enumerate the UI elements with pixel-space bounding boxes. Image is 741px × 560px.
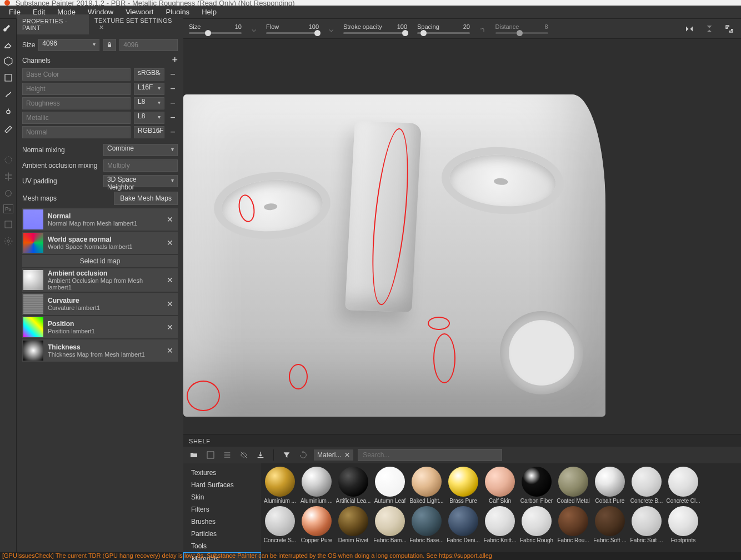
lazy-mouse-icon[interactable]: ◦╮: [480, 26, 485, 32]
stroke-opacity-slider[interactable]: Stroke opacity100: [343, 23, 407, 34]
eraser-tool-icon[interactable]: [2, 39, 14, 50]
import-icon[interactable]: [254, 449, 267, 461]
material-thumb[interactable]: Artificial Lea...: [337, 467, 370, 504]
size-lock-button[interactable]: [103, 39, 116, 51]
material-thumb[interactable]: Fabric Knitt...: [483, 506, 517, 543]
clone-tool-icon[interactable]: [2, 106, 14, 117]
material-thumb[interactable]: Copper Pure: [300, 506, 333, 543]
channel-format-select[interactable]: L16F: [134, 83, 164, 95]
shelf-category[interactable]: Particles: [183, 528, 261, 540]
remove-mesh-map-button[interactable]: ✕: [164, 238, 176, 247]
spacing-slider[interactable]: Spacing20: [417, 23, 470, 34]
channel-name[interactable]: Normal: [22, 126, 131, 138]
size-select[interactable]: 4096: [38, 39, 99, 51]
material-thumb[interactable]: Baked Light...: [410, 467, 443, 504]
material-thumb[interactable]: Brass Pure: [447, 467, 480, 504]
scan-icon[interactable]: [204, 449, 217, 461]
material-thumb[interactable]: Concrete Cl...: [667, 467, 700, 504]
add-channel-button[interactable]: +: [172, 54, 178, 66]
mirror-y-icon[interactable]: [703, 23, 715, 35]
mesh-map-row[interactable]: Ambient occlusion Ambient Occlusion Map …: [22, 268, 178, 292]
remove-channel-button[interactable]: −: [168, 127, 178, 137]
remove-mesh-map-button[interactable]: ✕: [164, 215, 176, 224]
shelf-search-input[interactable]: [358, 449, 502, 461]
tab-properties[interactable]: PROPERTIES - PAINT: [17, 14, 89, 34]
shelf-category[interactable]: Filters: [183, 503, 261, 516]
channel-name[interactable]: Metallic: [22, 112, 131, 124]
size-slider[interactable]: Size10: [189, 23, 242, 34]
quick-mask-icon[interactable]: [2, 154, 14, 166]
remove-channel-button[interactable]: −: [168, 84, 178, 94]
shelf-category[interactable]: Hard Surfaces: [183, 479, 261, 491]
polyfill-tool-icon[interactable]: [2, 72, 14, 83]
list-view-icon[interactable]: [221, 449, 233, 461]
distance-slider[interactable]: Distance8: [495, 23, 548, 34]
material-picker-icon[interactable]: [2, 122, 14, 133]
filter-icon[interactable]: [281, 449, 293, 461]
mesh-map-row[interactable]: Thickness Thickness Map from Mesh lamber…: [22, 339, 178, 362]
material-thumb[interactable]: Fabric Rough: [520, 506, 553, 543]
hide-icon[interactable]: [238, 449, 250, 461]
material-thumb[interactable]: Fabric Base...: [410, 506, 443, 543]
mesh-map-row[interactable]: Position Position lambert1 ✕: [22, 316, 178, 338]
bake-mesh-maps-button[interactable]: Bake Mesh Maps: [114, 192, 178, 205]
projection-tool-icon[interactable]: [2, 56, 14, 67]
channel-format-select[interactable]: L8: [134, 112, 164, 124]
material-thumb[interactable]: Carbon Fiber: [520, 467, 553, 504]
material-thumb[interactable]: Concrete S...: [263, 506, 297, 543]
channel-name[interactable]: Base Color: [22, 68, 131, 81]
material-thumb[interactable]: Fabric Soft ...: [593, 506, 627, 543]
material-thumb[interactable]: Aluminium ...: [300, 467, 333, 504]
3d-viewport[interactable]: [183, 39, 741, 434]
remove-channel-button[interactable]: −: [168, 69, 178, 79]
material-thumb[interactable]: Fabric Bam...: [373, 506, 407, 543]
shelf-category[interactable]: Skin: [183, 491, 261, 503]
material-thumb[interactable]: Calf Skin: [483, 467, 517, 504]
flow-curve-icon[interactable]: ⌵: [329, 24, 333, 33]
size-curve-icon[interactable]: ⌵: [252, 24, 256, 33]
mirror-x-icon[interactable]: [683, 23, 695, 35]
material-thumb[interactable]: Fabric Rou...: [557, 506, 590, 543]
refresh-icon[interactable]: [297, 449, 309, 461]
camera-reset-icon[interactable]: [723, 23, 735, 35]
resource-updater-icon[interactable]: [2, 219, 14, 230]
normal-mixing-select[interactable]: Combine: [103, 144, 178, 156]
remove-mesh-map-button[interactable]: ✕: [164, 346, 176, 355]
shelf-category[interactable]: Brushes: [183, 516, 261, 528]
material-thumb[interactable]: Aluminium ...: [263, 467, 297, 504]
symmetry-icon[interactable]: [2, 171, 14, 182]
uv-padding-select[interactable]: 3D Space Neighbor: [103, 175, 178, 187]
iray-icon[interactable]: Ps: [3, 204, 13, 213]
folder-icon[interactable]: [188, 449, 200, 461]
remove-mesh-map-button[interactable]: ✕: [164, 276, 176, 284]
brush-tool-icon[interactable]: [2, 22, 14, 33]
remove-channel-button[interactable]: −: [168, 113, 178, 123]
material-thumb[interactable]: Footprints: [667, 506, 700, 543]
material-thumb[interactable]: Fabric Suit ...: [630, 506, 663, 543]
smudge-tool-icon[interactable]: [2, 89, 14, 100]
filter-chip[interactable]: Materi... ✕: [314, 449, 353, 461]
mesh-map-row[interactable]: Normal Normal Map from Mesh lambert1 ✕: [22, 208, 178, 231]
settings-icon[interactable]: [2, 236, 14, 247]
channel-name[interactable]: Height: [22, 83, 131, 95]
material-thumb[interactable]: Cobalt Pure: [593, 467, 627, 504]
remove-mesh-map-button[interactable]: ✕: [164, 323, 176, 332]
menu-help[interactable]: Help: [196, 6, 222, 18]
material-thumb[interactable]: Autumn Leaf: [373, 467, 407, 504]
material-thumb[interactable]: Concrete B...: [630, 467, 663, 504]
tab-texture-set-settings[interactable]: TEXTURE SET SETTINGS ✕: [89, 14, 183, 34]
close-icon[interactable]: ✕: [344, 451, 350, 459]
shelf-grid[interactable]: Aluminium ... Aluminium ... Artificial L…: [261, 463, 741, 552]
remove-mesh-map-button[interactable]: ✕: [164, 299, 176, 308]
material-thumb[interactable]: Coated Metal: [557, 467, 590, 504]
shelf-category[interactable]: Tools: [183, 540, 261, 552]
channel-name[interactable]: Roughness: [22, 97, 131, 109]
channel-format-select[interactable]: L8: [134, 97, 164, 109]
mesh-map-row[interactable]: Curvature Curvature lambert1 ✕: [22, 293, 178, 315]
mesh-map-row[interactable]: World space normal World Space Normals l…: [22, 232, 178, 254]
baking-icon[interactable]: [2, 188, 14, 199]
material-thumb[interactable]: Fabric Deni...: [447, 506, 480, 543]
shelf-category[interactable]: Textures: [183, 467, 261, 479]
channel-format-select[interactable]: RGB16F: [134, 126, 164, 138]
remove-channel-button[interactable]: −: [168, 98, 178, 108]
